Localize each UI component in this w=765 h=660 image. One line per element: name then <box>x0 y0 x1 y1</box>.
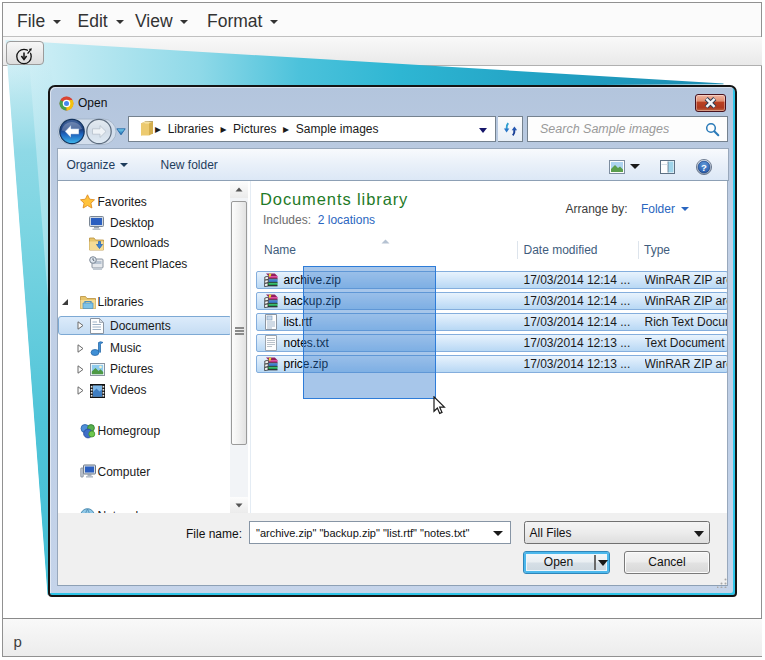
svg-text:?: ? <box>701 162 707 173</box>
